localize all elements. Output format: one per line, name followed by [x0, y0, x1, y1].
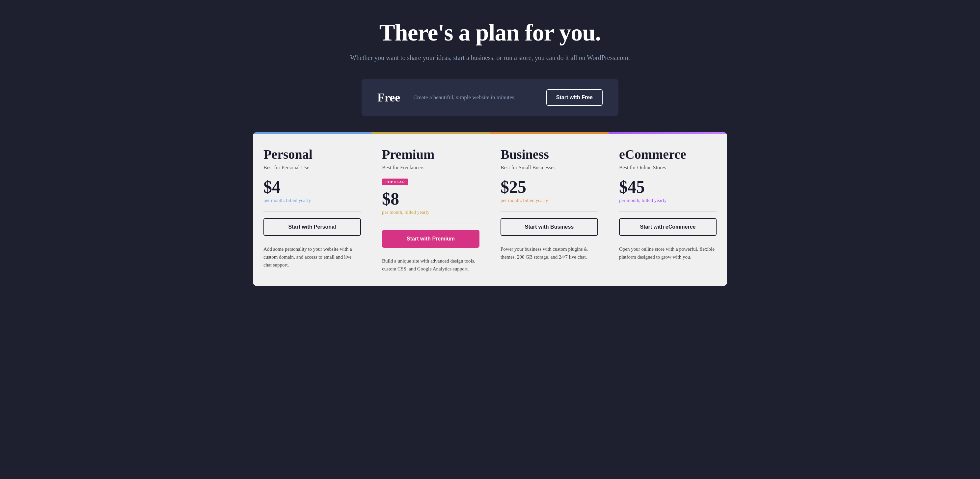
personal-plan-tagline: Best for Personal Use — [263, 165, 361, 171]
business-plan-description: Power your business with custom plugins … — [501, 245, 598, 261]
page-header: There's a plan for you. Whether you want… — [253, 20, 727, 63]
plan-card-ecommerce: eCommerce Best for Online Stores $45 per… — [609, 132, 727, 286]
personal-plan-description: Add some personality to your website wit… — [263, 245, 361, 269]
personal-cta-button[interactable]: Start with Personal — [263, 218, 361, 236]
premium-plan-tagline: Best for Freelancers — [382, 165, 479, 171]
premium-accent — [371, 132, 490, 134]
business-plan-tagline: Best for Small Businesses — [501, 165, 598, 171]
popular-badge: POPULAR — [382, 178, 408, 185]
ecommerce-separator — [619, 211, 717, 212]
ecommerce-plan-billing: per month, billed yearly — [619, 198, 717, 203]
ecommerce-price-section: $45 per month, billed yearly — [619, 178, 717, 203]
premium-separator — [382, 223, 479, 223]
personal-price-section: $4 per month, billed yearly — [263, 178, 361, 203]
business-plan-price: $25 — [501, 178, 598, 196]
plans-grid: Personal Best for Personal Use $4 per mo… — [253, 132, 727, 286]
page-title: There's a plan for you. — [253, 20, 727, 46]
free-plan-cta-button[interactable]: Start with Free — [546, 89, 603, 106]
personal-plan-name: Personal — [263, 146, 361, 162]
personal-separator — [263, 211, 361, 212]
ecommerce-plan-tagline: Best for Online Stores — [619, 165, 717, 171]
premium-plan-price: $8 — [382, 190, 479, 208]
business-accent — [490, 132, 609, 134]
ecommerce-plan-name: eCommerce — [619, 146, 717, 162]
premium-cta-button[interactable]: Start with Premium — [382, 230, 479, 248]
premium-plan-description: Build a unique site with advanced design… — [382, 257, 479, 273]
ecommerce-plan-price: $45 — [619, 178, 717, 196]
free-plan-name: Free — [377, 91, 400, 104]
free-plan-description: Create a beautiful, simple website in mi… — [413, 93, 533, 102]
business-plan-billing: per month, billed yearly — [501, 198, 598, 203]
business-separator — [501, 211, 598, 212]
page-subtitle: Whether you want to share your ideas, st… — [253, 53, 727, 63]
free-plan-banner: Free Create a beautiful, simple website … — [361, 79, 619, 116]
premium-price-section: $8 per month, billed yearly — [382, 190, 479, 215]
premium-plan-name: Premium — [382, 146, 479, 162]
ecommerce-accent — [609, 132, 727, 134]
plan-card-business: Business Best for Small Businesses $25 p… — [490, 132, 609, 286]
ecommerce-plan-description: Open your online store with a powerful, … — [619, 245, 717, 261]
business-plan-name: Business — [501, 146, 598, 162]
business-cta-button[interactable]: Start with Business — [501, 218, 598, 236]
personal-plan-price: $4 — [263, 178, 361, 196]
premium-plan-billing: per month, billed yearly — [382, 210, 479, 215]
ecommerce-cta-button[interactable]: Start with eCommerce — [619, 218, 717, 236]
plan-card-personal: Personal Best for Personal Use $4 per mo… — [253, 132, 371, 286]
plan-card-premium: Premium Best for Freelancers POPULAR $8 … — [371, 132, 490, 286]
personal-plan-billing: per month, billed yearly — [263, 198, 361, 203]
personal-accent — [253, 132, 371, 134]
business-price-section: $25 per month, billed yearly — [501, 178, 598, 203]
